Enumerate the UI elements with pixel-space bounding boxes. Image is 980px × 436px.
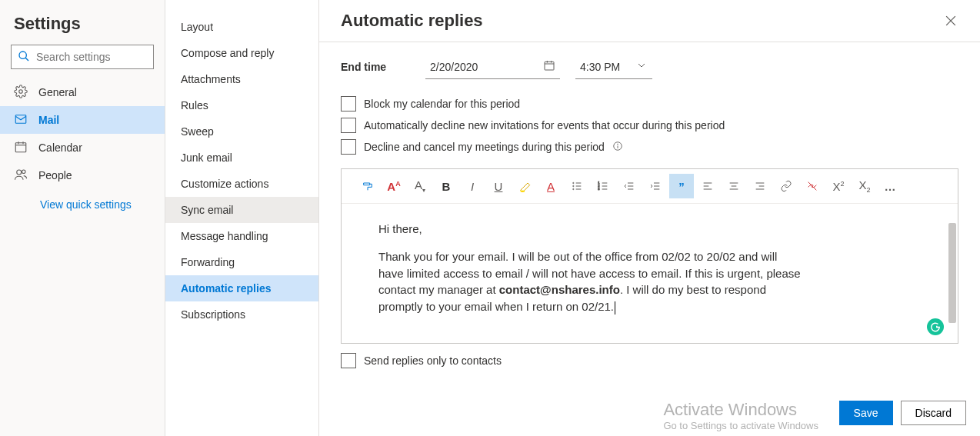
subnav-junk[interactable]: Junk email (165, 145, 318, 171)
editor-container: AA A▾ B I U A 123 ” X (341, 168, 958, 344)
nav-general[interactable]: General (0, 78, 165, 106)
checkbox-label: Block my calendar for this period (364, 98, 520, 110)
mail-icon (14, 112, 28, 128)
italic-icon[interactable]: I (460, 174, 485, 198)
bold-icon[interactable]: B (434, 174, 458, 198)
scrollbar-thumb[interactable] (948, 223, 956, 323)
close-icon[interactable] (943, 13, 958, 28)
nav-label: Calendar (38, 141, 82, 154)
checkbox-label: Decline and cancel my meetings during th… (364, 141, 605, 153)
checkbox-label: Automatically decline new invitations fo… (364, 119, 725, 131)
superscript-icon[interactable]: X2 (826, 174, 851, 198)
people-icon (14, 168, 28, 184)
subnav-forwarding[interactable]: Forwarding (165, 249, 318, 275)
svg-point-21 (573, 185, 574, 186)
align-left-icon[interactable] (695, 174, 720, 198)
end-time-field[interactable]: 4:30 PM (575, 55, 652, 79)
remove-link-icon[interactable] (800, 174, 825, 198)
outdent-icon[interactable] (617, 174, 642, 198)
nav-mail[interactable]: Mail (0, 106, 165, 134)
svg-text:3: 3 (598, 187, 600, 191)
svg-point-2 (19, 89, 23, 93)
checkbox-decline-new[interactable] (341, 118, 356, 133)
bullet-list-icon[interactable] (565, 174, 589, 198)
discard-button[interactable]: Discard (901, 401, 966, 425)
svg-point-18 (617, 144, 618, 145)
info-icon[interactable] (612, 141, 623, 154)
subnav-sync[interactable]: Sync email (165, 197, 318, 223)
font-color-icon[interactable]: A (538, 174, 563, 198)
subnav-automatic-replies[interactable]: Automatic replies (165, 275, 318, 301)
editor-line: Hi there, (378, 221, 804, 238)
nav-label: General (38, 86, 77, 98)
indent-icon[interactable] (643, 174, 668, 198)
highlight-icon[interactable] (512, 174, 537, 198)
nav-calendar[interactable]: Calendar (0, 134, 165, 161)
format-painter-icon[interactable] (355, 174, 380, 198)
end-date-field[interactable]: 2/20/2020 (425, 55, 560, 79)
checkbox-send-only-contacts[interactable] (341, 353, 356, 368)
calendar-icon (14, 140, 28, 156)
align-right-icon[interactable] (748, 174, 772, 198)
editor-textarea[interactable]: Hi there, Thank you for your email. I wi… (342, 204, 958, 343)
end-date-value: 2/20/2020 (430, 61, 478, 73)
grammarly-icon[interactable] (927, 318, 944, 335)
number-list-icon[interactable]: 123 (591, 174, 615, 198)
save-button[interactable]: Save (839, 401, 893, 425)
svg-rect-12 (545, 62, 554, 70)
search-input[interactable] (36, 51, 147, 63)
subnav-attachments[interactable]: Attachments (165, 66, 318, 92)
quote-icon[interactable]: ” (669, 174, 694, 198)
panel-title: Automatic replies (341, 11, 483, 31)
align-center-icon[interactable] (722, 174, 746, 198)
checkbox-cancel-meetings[interactable] (341, 139, 356, 155)
search-icon (18, 50, 30, 65)
insert-link-icon[interactable] (774, 174, 798, 198)
view-quick-settings-link[interactable]: View quick settings (0, 189, 165, 211)
settings-heading: Settings (0, 11, 165, 45)
editor-toolbar: AA A▾ B I U A 123 ” X (342, 169, 958, 204)
subnav-handling[interactable]: Message handling (165, 223, 318, 249)
chevron-down-icon[interactable] (635, 59, 648, 74)
subnav-subscriptions[interactable]: Subscriptions (165, 301, 318, 328)
font-decrease-icon[interactable]: A▾ (408, 174, 432, 198)
subnav-rules[interactable]: Rules (165, 92, 318, 118)
more-options-icon[interactable]: … (878, 174, 903, 198)
subnav-sweep[interactable]: Sweep (165, 118, 318, 145)
svg-point-8 (17, 170, 22, 175)
nav-label: Mail (38, 114, 59, 126)
subscript-icon[interactable]: X2 (852, 174, 877, 198)
nav-label: People (38, 169, 72, 181)
editor-line: Thank you for your email. I will be out … (378, 248, 804, 315)
svg-point-20 (573, 182, 574, 183)
svg-point-9 (22, 170, 26, 174)
svg-point-0 (19, 52, 26, 58)
subnav-customize[interactable]: Customize actions (165, 171, 318, 197)
calendar-picker-icon[interactable] (543, 59, 555, 74)
search-settings-box[interactable] (11, 45, 154, 69)
font-increase-icon[interactable]: AA (382, 174, 406, 198)
nav-people[interactable]: People (0, 161, 165, 189)
gear-icon (14, 85, 28, 101)
subnav-layout[interactable]: Layout (165, 14, 318, 40)
checkbox-label: Send replies only to contacts (364, 354, 502, 367)
end-time-label: End time (341, 61, 402, 73)
svg-point-22 (573, 188, 574, 189)
svg-rect-3 (15, 115, 26, 123)
checkbox-block-calendar[interactable] (341, 96, 356, 111)
svg-rect-4 (15, 142, 26, 151)
editor-scrollbar[interactable] (947, 169, 958, 343)
end-time-value: 4:30 PM (580, 61, 620, 73)
underline-icon[interactable]: U (486, 174, 511, 198)
svg-line-1 (25, 58, 28, 61)
subnav-compose[interactable]: Compose and reply (165, 40, 318, 66)
